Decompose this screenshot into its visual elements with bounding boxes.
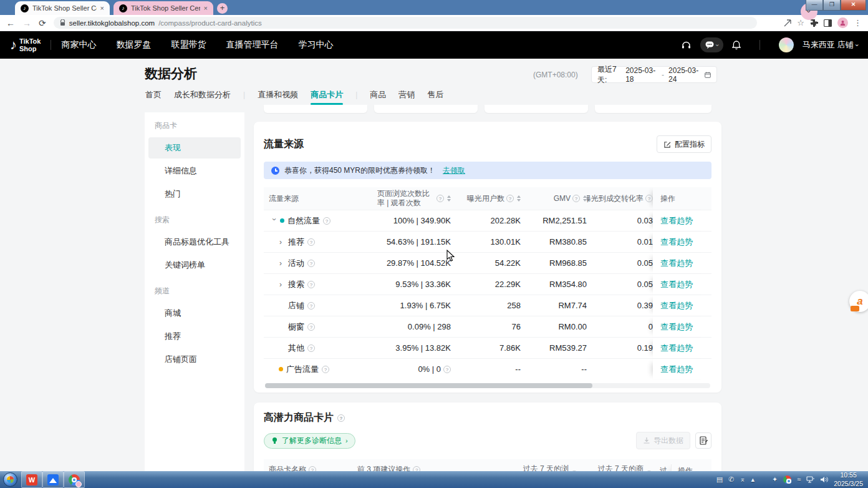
share-icon[interactable]	[784, 19, 791, 27]
nav-item-data-compass[interactable]: 数据罗盘	[116, 39, 151, 51]
floating-promo-badge[interactable]: a	[849, 291, 868, 312]
help-icon[interactable]	[337, 414, 345, 422]
help-icon[interactable]	[323, 217, 330, 225]
sidebar-item-title-optimizer[interactable]: 商品标题优化工具	[148, 232, 241, 253]
back-icon[interactable]: ←	[6, 19, 15, 27]
store-avatar[interactable]	[779, 37, 794, 52]
help-icon[interactable]	[436, 195, 444, 202]
extensions-puzzle-icon[interactable]	[810, 19, 818, 27]
tray-help-icon[interactable]: ✆	[728, 476, 734, 483]
horizontal-scrollbar[interactable]	[265, 383, 710, 388]
tab-growth-analytics[interactable]: 成长和数据分析	[174, 89, 231, 100]
export-data-button[interactable]: 导出数据	[636, 432, 690, 449]
sidebar-item-trending[interactable]: 热门	[148, 183, 241, 205]
row-label: 自然流量	[287, 215, 320, 227]
sidebar-item-shop-page[interactable]: 店铺页面	[148, 349, 241, 370]
taskbar-wps-icon[interactable]: W	[21, 471, 42, 488]
volume-icon[interactable]	[820, 476, 828, 483]
col-views[interactable]: 页面浏览次数比率 | 观看次数	[351, 189, 451, 208]
users-value: 54.22K	[451, 258, 521, 268]
close-tab-icon[interactable]: ×	[100, 4, 104, 12]
help-icon[interactable]	[413, 466, 420, 472]
col-source: 流量来源	[264, 193, 351, 204]
sidebar-item-performance[interactable]: 表现	[148, 137, 241, 159]
tray-briefcase-icon[interactable]: ▤	[716, 476, 723, 483]
expand-icon[interactable]: ›	[279, 238, 285, 246]
help-icon[interactable]	[307, 260, 315, 267]
report-note-icon[interactable]	[695, 432, 711, 449]
col-conversion[interactable]: 曝光到成交转化率	[587, 193, 653, 204]
help-icon[interactable]	[645, 195, 653, 202]
view-trend-link[interactable]: 查看趋势	[660, 258, 693, 269]
refresh-icon[interactable]: ⟳	[39, 19, 46, 27]
help-icon[interactable]	[307, 323, 315, 331]
col-gmv[interactable]: GMV	[521, 194, 587, 203]
taskbar-chrome-icon[interactable]	[64, 471, 85, 488]
view-trend-link[interactable]: 查看趋势	[660, 300, 693, 311]
sidebar-item-recommend[interactable]: 推荐	[148, 326, 241, 347]
view-trend-link[interactable]: 查看趋势	[660, 237, 693, 248]
bookmark-star-icon[interactable]: ☆	[797, 19, 804, 27]
tray-messenger-icon[interactable]: ✦	[772, 476, 778, 483]
close-button[interactable]: ✕	[841, 0, 866, 11]
nav-item-live-manage[interactable]: 直播管理平台	[226, 39, 278, 51]
headset-icon[interactable]	[681, 41, 692, 50]
collapse-icon[interactable]: ›	[271, 218, 278, 223]
col-gmv-7d[interactable]: 过去 7 天的商品交易总额	[585, 464, 660, 471]
nav-item-seller-center[interactable]: 商家中心	[61, 39, 96, 51]
side-panel-icon[interactable]	[824, 19, 832, 27]
taskbar-app-icon[interactable]	[42, 471, 64, 488]
messages-button[interactable]: ›	[700, 37, 723, 52]
sidebar-item-details[interactable]: 详细信息	[148, 160, 241, 182]
store-switcher[interactable]: 马来西亚 店铺 ›	[803, 39, 858, 51]
start-button[interactable]	[3, 472, 17, 487]
help-icon[interactable]	[572, 195, 580, 202]
tray-expand-icon[interactable]: ▴	[751, 476, 755, 483]
notifications-bell-icon[interactable]	[732, 41, 741, 50]
browser-tab-1[interactable]: ♪ TikTok Shop Seller Center | Cr ×	[15, 1, 110, 15]
view-trend-link[interactable]: 查看趋势	[660, 215, 693, 227]
col-users[interactable]: 曝光用户数	[451, 193, 521, 204]
profile-avatar-icon[interactable]	[837, 17, 848, 28]
help-icon[interactable]	[307, 281, 315, 288]
scrollbar-thumb[interactable]	[265, 383, 592, 388]
view-trend-link[interactable]: 查看趋势	[660, 279, 693, 290]
tray-chrome-icon[interactable]	[783, 476, 791, 484]
minimize-button[interactable]: —	[806, 0, 823, 11]
url-bar[interactable]: seller.tiktokglobalshop.com/compass/prod…	[54, 17, 757, 29]
help-icon[interactable]	[307, 238, 315, 246]
claim-coupon-link[interactable]: 去领取	[443, 165, 465, 176]
configure-metrics-button[interactable]: 配置指标	[657, 135, 711, 153]
nav-item-learning[interactable]: 学习中心	[298, 39, 333, 51]
menu-dots-icon[interactable]: ⋮	[854, 19, 862, 27]
col-visitors-7d[interactable]: 过去 7 天的浏览人数	[513, 464, 585, 471]
browser-tab-2[interactable]: ♪ TikTok Shop Seller Center | Cr ×	[113, 1, 213, 15]
tab-home[interactable]: 首页	[145, 89, 162, 100]
sidebar-item-keyword-ranking[interactable]: 关键词榜单	[148, 255, 241, 276]
tray-swoosh-icon[interactable]: ≈	[797, 476, 801, 483]
help-icon[interactable]	[307, 302, 315, 310]
forward-icon[interactable]: →	[22, 19, 31, 27]
help-icon[interactable]	[443, 366, 451, 373]
close-tab-icon[interactable]: ×	[204, 4, 208, 12]
help-icon[interactable]	[506, 195, 514, 202]
expand-icon[interactable]: ›	[279, 281, 285, 288]
sidebar: 商品卡 表现 详细信息 热门 搜索 商品标题优化工具 关键词榜单 频道 商城 推…	[145, 112, 244, 471]
maximize-button[interactable]: ❐	[823, 0, 841, 11]
view-trend-link[interactable]: 查看趋势	[660, 364, 693, 375]
card-stub	[264, 105, 367, 113]
view-trend-link[interactable]: 查看趋势	[660, 343, 693, 354]
taskbar-clock[interactable]: 10:55 2025/3/25	[834, 471, 863, 487]
help-icon[interactable]	[309, 466, 316, 472]
help-icon[interactable]	[322, 366, 329, 373]
view-trend-link[interactable]: 查看趋势	[660, 321, 693, 333]
new-tab-button[interactable]: +	[217, 3, 228, 14]
tray-eject-icon[interactable]: ⌅	[740, 476, 745, 483]
tiktok-shop-logo[interactable]: ♪ TikTokShop	[10, 37, 41, 52]
network-icon[interactable]	[806, 476, 814, 483]
diagnosis-link[interactable]: 了解更多诊断信息 ›	[264, 433, 355, 449]
sidebar-item-mall[interactable]: 商城	[148, 303, 241, 324]
help-icon[interactable]	[307, 344, 315, 352]
expand-icon[interactable]: ›	[279, 260, 285, 267]
nav-item-affiliate[interactable]: 联盟带货	[171, 39, 206, 51]
